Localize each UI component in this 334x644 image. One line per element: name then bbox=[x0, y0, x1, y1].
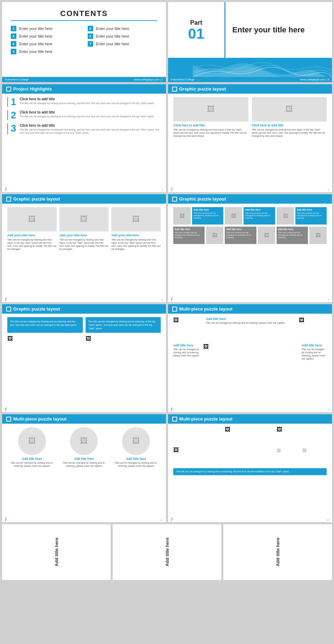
slide-num-5: 6 bbox=[162, 299, 163, 301]
f-logo: ƒ bbox=[5, 187, 7, 191]
image-icon-mo4: 🖼 bbox=[277, 448, 281, 453]
contents-item-6[interactable]: 6 Enter your title here bbox=[88, 33, 158, 39]
slide-multi-1: Multi-piece puzzle layout 🖼 Add title he… bbox=[168, 304, 332, 412]
add-title-text-1: Add title here bbox=[54, 537, 59, 566]
f-logo-4: ƒ bbox=[171, 297, 173, 301]
circle-item-3[interactable]: 🖼 Add title here Title can be changed by… bbox=[111, 427, 161, 468]
contents-item-4[interactable]: 4 Enter your title here bbox=[11, 49, 81, 54]
blue-top-row: 🖼 Add title here Title and content can b… bbox=[173, 207, 327, 225]
hl-num-2: 2 bbox=[11, 110, 16, 120]
puzzle-item-3-3[interactable]: 🖼 Add your title here Title can be chang… bbox=[111, 207, 161, 251]
contents-item-5[interactable]: 5 Enter your title here bbox=[88, 26, 158, 31]
contents-grid: 1 Enter your title here 2 Enter your tit… bbox=[11, 26, 157, 56]
image-icon-3-1: 🖼 bbox=[28, 215, 36, 224]
mosaic-img-mid: 🖼 bbox=[173, 447, 223, 466]
blue-title-2[interactable]: Add title here Title and content can be … bbox=[244, 207, 275, 225]
contents-item-3[interactable]: 3 Enter your title here bbox=[11, 41, 81, 47]
num-7: 7 bbox=[88, 41, 93, 47]
num-1: 1 bbox=[11, 26, 16, 31]
slide-graphic-blue: Graphic puzzle layout 🖼 Add title here T… bbox=[168, 194, 332, 302]
part-title-area[interactable]: Enter your title here bbox=[225, 2, 332, 58]
graphic-blue-header: Graphic puzzle layout bbox=[168, 194, 332, 204]
add-title-card-1[interactable]: Add title here bbox=[2, 524, 111, 580]
puzzle-item-3-1[interactable]: 🖼 Add your title here Title can be chang… bbox=[7, 207, 57, 251]
puzzle-2col-content: 🖼 Click here to add title Title can be c… bbox=[168, 94, 332, 141]
add-title-card-3[interactable]: Add title here bbox=[223, 524, 332, 580]
multi-img-2: 🖼 bbox=[299, 317, 327, 341]
image-icon-mo5: 🖼 bbox=[302, 448, 307, 453]
mosaic-grid: 🖼 🖼 🖼 🖼 🖼 bbox=[173, 426, 327, 466]
slide-circles: Multi-piece puzzle layout 🖼 Add title he… bbox=[2, 414, 166, 522]
puzzle-item-3-2[interactable]: 🖼 Add your title here Title can be chang… bbox=[59, 207, 109, 251]
horiz-blue-1[interactable]: The title can be changed by clicking and… bbox=[7, 317, 83, 333]
num-6: 6 bbox=[88, 33, 93, 39]
f-logo-6: ƒ bbox=[171, 407, 173, 411]
mosaic-img-top-1: 🖼 bbox=[225, 426, 275, 446]
puzzle-body-3-2: Title can be changed by clicking and new… bbox=[59, 238, 109, 251]
blue-title-3[interactable]: Add title here Title and content can be … bbox=[295, 207, 327, 225]
header-icon-6 bbox=[172, 307, 177, 312]
slide-contents: CONTENTS 1 Enter your title here 2 Enter… bbox=[2, 2, 166, 82]
slide-part: Part 01 Enter your title here Fukushima … bbox=[168, 2, 332, 82]
f-logo-8: ƒ bbox=[171, 517, 173, 521]
puzzle-item-1[interactable]: 🖼 Click here to add title Title can be c… bbox=[173, 97, 248, 138]
circle-img-1: 🖼 bbox=[18, 427, 46, 455]
num-3: 3 bbox=[11, 41, 16, 47]
contents-item-2[interactable]: 2 Enter your title here bbox=[11, 33, 81, 39]
hl-text-1: Click here to add title The title can be… bbox=[20, 97, 154, 107]
blue-title-1[interactable]: Add title here Title and content can be … bbox=[192, 207, 223, 225]
multi-text-2[interactable]: Add title here Title can be changed by c… bbox=[173, 344, 201, 368]
horiz-content: The title can be changed by clicking and… bbox=[2, 314, 166, 367]
image-icon-m2: 🖼 bbox=[299, 317, 304, 323]
num-5: 5 bbox=[88, 26, 93, 31]
image-icon-3-2: 🖼 bbox=[80, 215, 88, 224]
gray-title-1[interactable]: Add title here Title and content can be … bbox=[173, 227, 205, 244]
gray-title-2[interactable]: Add title here Title and content can be … bbox=[225, 227, 256, 244]
multi-1-title: Multi-piece puzzle layout bbox=[179, 306, 232, 312]
hl-text-3: Click here to add title The title can be… bbox=[20, 124, 161, 134]
mosaic-empty-2 bbox=[225, 447, 275, 466]
highlight-1[interactable]: 1 Click here to add title The title can … bbox=[7, 97, 161, 107]
gray-title-3[interactable]: Add title here Title and content can be … bbox=[277, 227, 308, 244]
graphic-3col-title: Graphic puzzle layout bbox=[13, 196, 60, 202]
slide-1-footer: Fukushima College www.collegeppt.com | 2 bbox=[2, 77, 166, 82]
mosaic-bottom-bar: The title can be changed by clicking and… bbox=[173, 468, 327, 475]
multi-text-1[interactable]: Add title here Title can be changed by c… bbox=[203, 317, 297, 341]
highlight-2[interactable]: 2 Click here to add title The title can … bbox=[7, 110, 161, 120]
img-placeholder-3-3: 🖼 bbox=[111, 207, 161, 231]
blue-bottom-row: Add title here Title and content can be … bbox=[173, 227, 327, 244]
highlight-3[interactable]: 3 Click here to add title The title can … bbox=[7, 124, 161, 134]
image-icon-h1: 🖼 bbox=[7, 336, 13, 341]
puzzle-title-2: Click here to add title bbox=[252, 124, 327, 127]
add-title-card-2[interactable]: Add title here bbox=[113, 524, 221, 580]
multi-text-3[interactable]: Add title here Title can be changed by c… bbox=[299, 344, 327, 368]
horiz-blue-2[interactable]: The title can be changed by clicking and… bbox=[86, 317, 161, 333]
contents-item-7[interactable]: 7 Enter your title here bbox=[88, 41, 158, 47]
circle-item-1[interactable]: 🖼 Add title here Title can be changed by… bbox=[7, 427, 57, 468]
circles-header: Multi-piece puzzle layout bbox=[2, 414, 166, 424]
slide-num-10: 18 bbox=[326, 519, 329, 521]
gray-img-1: 🖼 bbox=[206, 227, 223, 244]
circle-item-2[interactable]: 🖼 Add title here Title can be changed by… bbox=[59, 427, 109, 468]
puzzle-body-3-1: Title can be changed by clicking and new… bbox=[7, 238, 57, 251]
image-icon-2: 🖼 bbox=[285, 105, 293, 114]
puzzle-item-2[interactable]: 🖼 Click here to add title Title can be c… bbox=[252, 97, 327, 138]
header-icon bbox=[6, 87, 11, 92]
num-4: 4 bbox=[11, 49, 16, 54]
blue-img-3: 🖼 bbox=[277, 207, 294, 225]
f-logo-7: ƒ bbox=[5, 517, 7, 521]
img-placeholder-3-2: 🖼 bbox=[59, 207, 109, 231]
f-logo-5: ƒ bbox=[5, 407, 7, 411]
gray-img-2: 🖼 bbox=[258, 227, 275, 244]
graphic-blue-title: Graphic puzzle layout bbox=[179, 196, 226, 202]
part-main-title: Enter your title here bbox=[232, 25, 305, 34]
header-icon-4 bbox=[172, 197, 177, 202]
highlights-title: Project Highlights bbox=[13, 86, 52, 92]
contents-item-1[interactable]: 1 Enter your title here bbox=[11, 26, 81, 31]
img-placeholder-1: 🖼 bbox=[173, 97, 248, 121]
slide-num-3: 4 bbox=[162, 189, 163, 191]
num-2: 2 bbox=[11, 33, 16, 39]
f-logo-2: ƒ bbox=[171, 187, 173, 191]
slide-num-4: 5 bbox=[328, 189, 329, 191]
header-icon-2 bbox=[172, 87, 177, 92]
